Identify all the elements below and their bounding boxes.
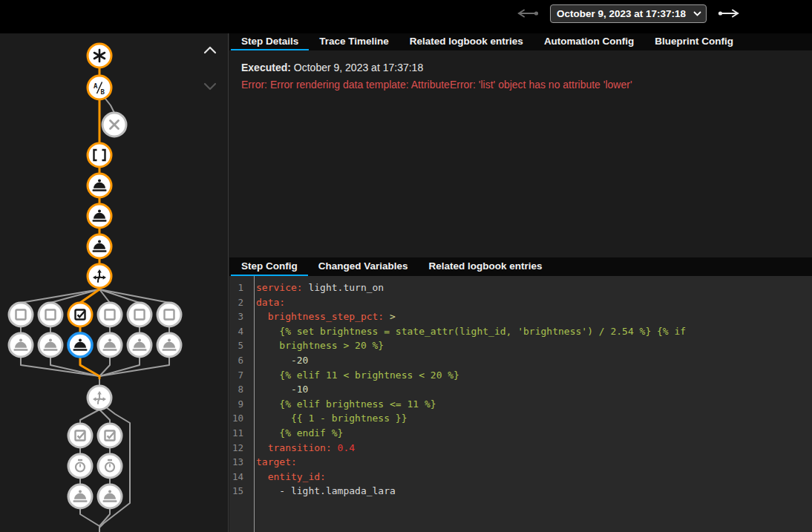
line-number: 2 bbox=[229, 295, 249, 310]
graph-node-checkbox-blank[interactable] bbox=[98, 303, 122, 326]
svg-text:A: A bbox=[94, 82, 98, 90]
graph-node-room-service[interactable] bbox=[98, 333, 122, 357]
line-content: {% set brightness = state_attr(light_id,… bbox=[249, 324, 686, 339]
code-line: 8 -10 bbox=[229, 382, 812, 397]
previous-run-button[interactable] bbox=[515, 6, 542, 21]
run-navigation: October 9, 2023 at 17:37:18 bbox=[515, 3, 741, 24]
code-line: 15 - light.lampada_lara bbox=[229, 484, 812, 499]
graph-node-room-service[interactable] bbox=[9, 333, 33, 357]
graph-node-checkbox-blank[interactable] bbox=[39, 303, 62, 326]
line-number: 4 bbox=[229, 324, 249, 339]
graph-node-room-service[interactable] bbox=[128, 333, 151, 357]
chevron-down-icon bbox=[200, 76, 220, 96]
graph-node-room-service[interactable] bbox=[88, 234, 111, 258]
run-select[interactable]: October 9, 2023 at 17:37:18 bbox=[550, 4, 707, 23]
trace-graph[interactable]: AB bbox=[0, 33, 229, 532]
line-content: brightness > 20 %} bbox=[249, 338, 384, 353]
line-number: 15 bbox=[229, 484, 249, 499]
trace-detail-panel: Step DetailsTrace TimelineRelated logboo… bbox=[229, 33, 812, 532]
ray-arrow-left-icon bbox=[517, 7, 540, 19]
executed-value: October 9, 2023 at 17:37:18 bbox=[294, 62, 423, 73]
executed-label: Executed: bbox=[241, 62, 291, 73]
graph-node-room-service[interactable] bbox=[157, 333, 181, 357]
step-details-panel: Executed: October 9, 2023 at 17:37:18 Er… bbox=[229, 50, 812, 257]
next-node-button[interactable] bbox=[200, 76, 220, 96]
code-line: 6 -20 bbox=[229, 353, 812, 368]
line-content: -20 bbox=[249, 353, 308, 368]
code-line: 12 transition: 0.4 bbox=[229, 441, 812, 456]
graph-node-checkbox-marked[interactable] bbox=[68, 303, 92, 326]
graph-node-checkbox-blank[interactable] bbox=[9, 303, 33, 326]
line-content: target: bbox=[249, 455, 297, 470]
line-content: data: bbox=[249, 295, 285, 310]
executed-line: Executed: October 9, 2023 at 17:37:18 bbox=[241, 62, 800, 73]
line-number: 5 bbox=[229, 338, 249, 353]
graph-node-room-service[interactable] bbox=[88, 204, 111, 228]
line-number: 1 bbox=[229, 280, 249, 295]
graph-node-timer[interactable] bbox=[98, 454, 122, 478]
line-number: 12 bbox=[229, 441, 249, 456]
line-number: 11 bbox=[229, 426, 249, 441]
yaml-editor[interactable]: 1service: light.turn_on2data:3 brightnes… bbox=[229, 276, 812, 532]
graph-node-arrow-decision[interactable] bbox=[88, 386, 111, 410]
line-number: 14 bbox=[229, 470, 249, 485]
graph-node-checkbox-marked[interactable] bbox=[68, 424, 92, 447]
graph-node-checkbox-marked[interactable] bbox=[98, 424, 122, 447]
graph-node-room-service[interactable] bbox=[68, 485, 92, 508]
chevron-up-icon bbox=[200, 39, 220, 60]
graph-node-asterisk[interactable] bbox=[88, 44, 111, 68]
ray-arrow-right-icon bbox=[716, 7, 740, 19]
line-number: 10 bbox=[229, 411, 249, 426]
code-line: 13target: bbox=[229, 455, 812, 470]
code-line: 2data: bbox=[229, 295, 812, 310]
tab-automation-config[interactable]: Automation Config bbox=[534, 33, 644, 50]
line-content: transition: 0.4 bbox=[249, 441, 355, 456]
code-line: 1service: light.turn_on bbox=[229, 280, 812, 295]
code-line: 5 brightness > 20 %} bbox=[229, 338, 812, 353]
line-content: -10 bbox=[249, 382, 308, 397]
automation-trace-window: October 9, 2023 at 17:37:18 AB bbox=[0, 0, 812, 532]
tab-step-config[interactable]: Step Config bbox=[231, 257, 308, 276]
line-number: 9 bbox=[229, 397, 249, 412]
tab-blueprint-config[interactable]: Blueprint Config bbox=[644, 33, 744, 50]
code-line: 10 {{ 1 - brightness }} bbox=[229, 411, 812, 426]
gutter-separator bbox=[254, 276, 255, 532]
line-number: 13 bbox=[229, 455, 249, 470]
graph-node-room-service[interactable] bbox=[39, 333, 62, 357]
tab-related-logbook-entries[interactable]: Related logbook entries bbox=[399, 33, 534, 50]
graph-node-timer[interactable] bbox=[68, 454, 92, 478]
top-bar: October 9, 2023 at 17:37:18 bbox=[0, 0, 812, 33]
graph-node-arrow-decision[interactable] bbox=[88, 264, 111, 288]
line-number: 8 bbox=[229, 382, 249, 397]
code-line: 11 {% endif %} bbox=[229, 426, 812, 441]
code-line: 4 {% set brightness = state_attr(light_i… bbox=[229, 324, 812, 339]
line-content: entity_id: bbox=[249, 470, 326, 485]
graph-node-close[interactable] bbox=[102, 113, 126, 137]
error-message: Error: Error rendering data template: At… bbox=[241, 79, 800, 91]
graph-node-code-brackets[interactable] bbox=[88, 143, 111, 167]
graph-node-checkbox-blank[interactable] bbox=[128, 303, 151, 326]
graph-node-room-service[interactable] bbox=[98, 485, 122, 508]
line-content: - light.lampada_lara bbox=[249, 484, 396, 499]
line-number: 3 bbox=[229, 309, 249, 324]
next-run-button[interactable] bbox=[715, 6, 741, 21]
tab-changed-variables[interactable]: Changed Variables bbox=[308, 257, 419, 276]
tab-related-logbook-entries[interactable]: Related logbook entries bbox=[419, 257, 553, 276]
graph-node-ab-testing[interactable]: AB bbox=[88, 76, 111, 99]
line-content: brightness_step_pct: > bbox=[249, 309, 396, 324]
line-number: 6 bbox=[229, 353, 249, 368]
tab-step-details[interactable]: Step Details bbox=[231, 33, 309, 50]
graph-node-checkbox-blank[interactable] bbox=[157, 303, 181, 326]
tab-trace-timeline[interactable]: Trace Timeline bbox=[309, 33, 399, 50]
svg-text:B: B bbox=[101, 88, 105, 96]
line-number: 7 bbox=[229, 368, 249, 383]
graph-node-room-service[interactable] bbox=[88, 174, 111, 197]
run-select-wrap: October 9, 2023 at 17:37:18 bbox=[550, 4, 707, 23]
config-tab-bar: Step ConfigChanged VariablesRelated logb… bbox=[229, 257, 812, 276]
trace-tab-bar: Step DetailsTrace TimelineRelated logboo… bbox=[229, 33, 812, 50]
graph-node-room-service[interactable] bbox=[68, 333, 92, 357]
code-line: 9 {% elif brightness <= 11 %} bbox=[229, 397, 812, 412]
previous-node-button[interactable] bbox=[200, 39, 220, 60]
trace-graph-panel: AB bbox=[0, 33, 229, 532]
line-content: {{ 1 - brightness }} bbox=[249, 411, 407, 426]
